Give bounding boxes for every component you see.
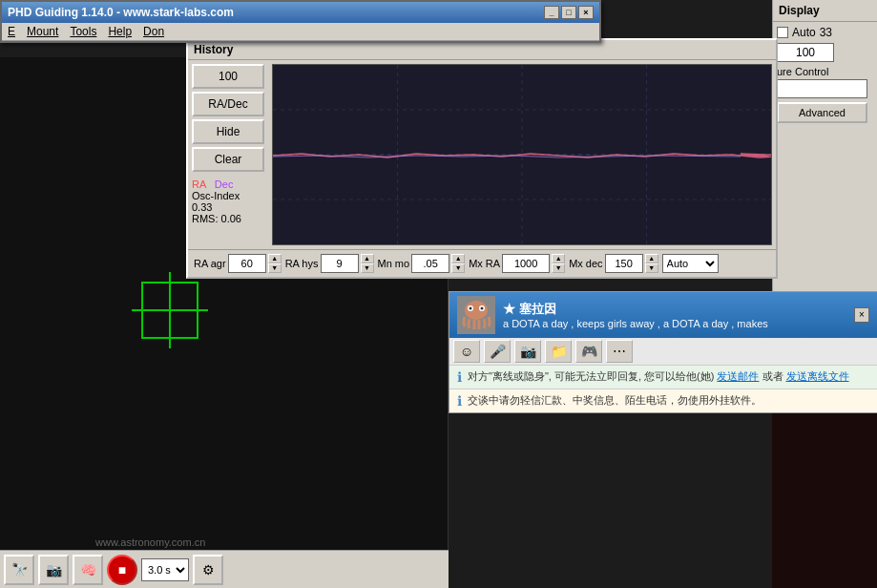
chat-tool-face[interactable]: ☺ (453, 340, 480, 363)
auto-select[interactable]: Auto Manual (662, 254, 719, 273)
ra-hys-down[interactable]: ▼ (361, 263, 374, 273)
chat-tool-mic[interactable]: 🎤 (484, 340, 511, 363)
star-icon: ★ (503, 302, 515, 316)
auto-checkbox[interactable] (777, 27, 788, 38)
taskbar-telescope-icon[interactable]: 🔭 (4, 555, 34, 585)
chat-close-button[interactable]: × (854, 307, 869, 323)
phd-titlebar: PHD Guiding 1.14.0 - www.stark-labs.com … (2, 2, 599, 23)
history-titlebar: History (188, 40, 776, 60)
mx-dec-group: Mx dec ▲ ▼ (569, 254, 658, 273)
history-stats: RA Dec Osc-Index 0.33 RMS: 0.06 (192, 178, 268, 224)
ra-agr-label: RA agr (194, 258, 226, 269)
ra-hys-label: RA hys (285, 258, 319, 269)
ra-hys-spinner: ▲ ▼ (361, 254, 374, 273)
chat-status: a DOTA a day , keeps girls away , a DOTA… (503, 318, 768, 329)
ra-agr-up[interactable]: ▲ (268, 254, 282, 263)
history-mode-button[interactable]: RA/Dec (192, 92, 264, 116)
taskbar: 🔭 📷 🧠 ■ 3.0 s 1.0 s 2.0 s 5.0 s ⚙ (0, 550, 449, 588)
chat-header: ★ 塞拉因 a DOTA a day , keeps girls away , … (449, 292, 877, 338)
phd-menubar: E Mount Tools Help Don (2, 23, 599, 41)
dec-label: Dec (215, 178, 234, 190)
auto-label: Auto (792, 26, 816, 39)
notice2-text: 交谈中请勿轻信汇款、中奖信息、陌生电话，勿使用外挂软件。 (468, 393, 762, 408)
ra-label: RA (192, 178, 206, 190)
chat-notice-warning: ℹ 交谈中请勿轻信汇款、中奖信息、陌生电话，勿使用外挂软件。 (449, 389, 877, 412)
ra-agr-spinner: ▲ ▼ (268, 254, 282, 273)
taskbar-right-icon[interactable]: ⚙ (193, 555, 223, 585)
crosshair-box (141, 282, 198, 339)
ra-hys-input[interactable] (321, 254, 359, 273)
taskbar-brain-icon[interactable]: 🧠 (73, 555, 103, 585)
taskbar-camera-icon[interactable]: 📷 (38, 555, 69, 585)
history-hide-button[interactable]: Hide (192, 119, 264, 144)
osc-value: 0.33 (192, 201, 268, 213)
menu-help[interactable]: Help (108, 25, 132, 38)
mx-ra-input[interactable] (502, 254, 550, 273)
display-value-input[interactable] (777, 43, 834, 62)
chat-username: ★ 塞拉因 (503, 301, 768, 318)
history-clear-button[interactable]: Clear (192, 147, 264, 172)
right-panel-header: Display (773, 0, 877, 22)
phd-window: PHD Guiding 1.14.0 - www.stark-labs.com … (0, 0, 601, 43)
svg-point-11 (481, 307, 484, 310)
maximize-button[interactable]: □ (561, 6, 576, 19)
history-content: 100 RA/Dec Hide Clear RA Dec Osc-Index 0… (188, 60, 776, 249)
mn-mo-label: Mn mo (378, 258, 410, 269)
menu-tools[interactable]: Tools (70, 25, 96, 38)
chat-toolbar: ☺ 🎤 📷 📁 🎮 ⋯ (449, 338, 877, 366)
menu-mount[interactable]: Mount (27, 25, 58, 38)
mn-mo-group: Mn mo ▲ ▼ (378, 254, 466, 273)
chat-header-left: ★ 塞拉因 a DOTA a day , keeps girls away , … (457, 296, 768, 334)
mx-dec-label: Mx dec (569, 258, 602, 269)
mn-mo-up[interactable]: ▲ (451, 254, 465, 263)
history-graph-svg (273, 65, 771, 244)
history-graph (272, 64, 772, 245)
universal-input[interactable]: k Universal (777, 79, 867, 98)
chat-panel: ★ 塞拉因 a DOTA a day , keeps girls away , … (449, 291, 877, 413)
exposure-select[interactable]: 3.0 s 1.0 s 2.0 s 5.0 s (141, 558, 189, 581)
auto-row: Auto 33 (777, 26, 873, 39)
display-title: Display (779, 4, 820, 17)
stop-button[interactable]: ■ (107, 555, 137, 585)
chat-tool-app[interactable]: 🎮 (575, 340, 602, 363)
menu-don[interactable]: Don (143, 25, 164, 38)
mx-ra-up[interactable]: ▲ (552, 254, 565, 263)
notice1-link1[interactable]: 发送邮件 (717, 370, 759, 382)
ra-agr-group: RA agr ▲ ▼ (194, 254, 282, 273)
exposure-control-label: ure Control (777, 66, 873, 77)
menu-e[interactable]: E (8, 25, 15, 38)
close-button[interactable]: × (578, 6, 594, 19)
notice1-mid: 或者 (762, 370, 783, 382)
notice1-link2[interactable]: 发送离线文件 (786, 370, 849, 382)
ra-hys-up[interactable]: ▲ (361, 254, 374, 263)
mn-mo-input[interactable] (411, 254, 449, 273)
history-controls: 100 RA/Dec Hide Clear RA Dec Osc-Index 0… (192, 64, 268, 245)
mx-dec-input[interactable] (605, 254, 643, 273)
titlebar-buttons: _ □ × (544, 6, 594, 19)
avatar (457, 296, 495, 334)
mn-mo-down[interactable]: ▼ (451, 263, 465, 273)
mx-ra-down[interactable]: ▼ (552, 263, 565, 273)
advanced-button[interactable]: Advanced (777, 102, 867, 123)
minimize-button[interactable]: _ (544, 6, 559, 19)
mx-ra-spinner: ▲ ▼ (552, 254, 565, 273)
svg-point-9 (470, 307, 472, 310)
chat-tool-cam[interactable]: 📷 (514, 340, 541, 363)
history-value-button[interactable]: 100 (192, 64, 264, 89)
ra-agr-input[interactable] (228, 254, 266, 273)
notice-info-icon: ℹ (457, 369, 462, 385)
mx-ra-group: Mx RA ▲ ▼ (469, 254, 565, 273)
mx-ra-label: Mx RA (469, 258, 500, 269)
chat-tool-file[interactable]: 📁 (545, 340, 572, 363)
mx-dec-up[interactable]: ▲ (645, 254, 658, 263)
chat-notice-offline: ℹ 对方"离线或隐身", 可能无法立即回复, 您可以给他(她) 发送邮件 或者 … (449, 366, 877, 389)
watermark: www.astronomy.com.cn (95, 536, 205, 548)
notice2-icon: ℹ (457, 393, 462, 409)
mn-mo-spinner: ▲ ▼ (451, 254, 465, 273)
ra-agr-down[interactable]: ▼ (268, 263, 282, 273)
auto-value: 33 (820, 26, 832, 39)
mx-dec-down[interactable]: ▼ (645, 263, 658, 273)
chat-user-info: ★ 塞拉因 a DOTA a day , keeps girls away , … (503, 301, 768, 329)
svg-point-7 (465, 301, 488, 320)
chat-tool-more[interactable]: ⋯ (606, 340, 633, 363)
